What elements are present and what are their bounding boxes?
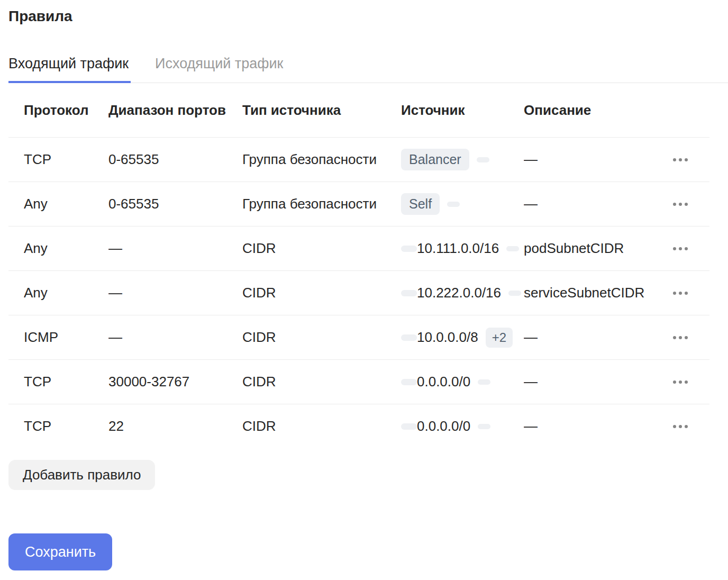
- ellipsis-icon: [685, 425, 688, 428]
- table-row: TCP 30000-32767 CIDR 0.0.0.0/0 —: [8, 359, 709, 404]
- ellipsis-icon: [673, 380, 676, 384]
- cell-protocol: TCP: [24, 151, 108, 168]
- save-button[interactable]: Сохранить: [8, 533, 112, 570]
- cell-protocol: TCP: [24, 374, 108, 390]
- cell-protocol: ICMP: [24, 329, 108, 346]
- source-chip: [401, 334, 417, 341]
- row-actions-button[interactable]: [672, 242, 689, 256]
- rules-page: Правила Входящий трафик Исходящий трафик…: [0, 0, 728, 580]
- row-actions-button[interactable]: [672, 153, 689, 167]
- ellipsis-icon: [679, 158, 682, 161]
- table-row: Any — CIDR 10.222.0.0/16 serviceSubnetCI…: [8, 270, 709, 315]
- ellipsis-icon: [673, 336, 676, 339]
- cell-actions: [672, 375, 709, 389]
- column-header-source: Источник: [401, 102, 524, 119]
- ellipsis-icon: [685, 380, 688, 384]
- cell-source-type: CIDR: [242, 329, 401, 346]
- cell-port-range: —: [108, 240, 242, 257]
- ellipsis-icon: [673, 292, 676, 295]
- cell-source-type: Группа безопасности: [242, 151, 401, 168]
- ellipsis-icon: [685, 247, 688, 250]
- source-chip: [401, 290, 417, 296]
- source-chip: [401, 379, 417, 385]
- cell-source-type: CIDR: [242, 285, 401, 301]
- row-actions-button[interactable]: [672, 375, 689, 389]
- table-body: TCP 0-65535 Группа безопасности Balancer…: [8, 137, 709, 448]
- ellipsis-icon: [679, 247, 682, 250]
- cell-actions: [672, 420, 709, 433]
- source-extra-badge[interactable]: [447, 202, 460, 207]
- ellipsis-icon: [673, 203, 676, 206]
- row-actions-button[interactable]: [672, 197, 689, 211]
- cell-protocol: Any: [24, 285, 108, 301]
- table-row: Any — CIDR 10.111.0.0/16 podSubnetCIDR: [8, 226, 709, 270]
- cell-source: 0.0.0.0/0: [401, 374, 524, 390]
- row-actions-button[interactable]: [672, 331, 689, 345]
- source-chip: [401, 423, 417, 430]
- ellipsis-icon: [679, 336, 682, 339]
- ellipsis-icon: [679, 292, 682, 295]
- cell-source: 10.111.0.0/16: [401, 240, 524, 257]
- cell-actions: [672, 153, 709, 167]
- cell-source-type: Группа безопасности: [242, 196, 401, 212]
- cell-description: podSubnetCIDR: [524, 240, 672, 257]
- add-rule-button[interactable]: Добавить правило: [8, 460, 155, 490]
- table-row: ICMP — CIDR 10.0.0.0/8 +2 —: [8, 315, 709, 359]
- column-header-description: Описание: [524, 102, 672, 119]
- source-extra-badge[interactable]: [478, 424, 490, 429]
- ellipsis-icon: [679, 203, 682, 206]
- cell-description: —: [524, 196, 672, 212]
- cell-source-type: CIDR: [242, 418, 401, 434]
- cell-protocol: Any: [24, 240, 108, 257]
- cell-description: —: [524, 418, 672, 434]
- cell-actions: [672, 242, 709, 256]
- cell-description: —: [524, 151, 672, 168]
- row-actions-button[interactable]: [672, 286, 689, 300]
- cell-actions: [672, 331, 709, 345]
- cell-source: Balancer: [401, 149, 524, 170]
- cell-protocol: Any: [24, 196, 108, 212]
- column-header-port-range: Диапазон портов: [108, 102, 242, 119]
- source-value: 0.0.0.0/0: [417, 374, 470, 390]
- cell-actions: [672, 286, 709, 300]
- cell-source: 10.0.0.0/8 +2: [401, 328, 524, 348]
- cell-source-type: CIDR: [242, 374, 401, 390]
- tab-incoming-traffic[interactable]: Входящий трафик: [8, 55, 129, 83]
- cell-description: —: [524, 329, 672, 346]
- cell-source: 0.0.0.0/0: [401, 418, 524, 434]
- row-actions-button[interactable]: [672, 420, 689, 433]
- source-chip: Balancer: [401, 149, 469, 170]
- ellipsis-icon: [673, 158, 676, 161]
- table-row: TCP 22 CIDR 0.0.0.0/0 —: [8, 404, 709, 448]
- ellipsis-icon: [673, 247, 676, 250]
- table-row: Any 0-65535 Группа безопасности Self —: [8, 182, 709, 226]
- source-extra-badge[interactable]: [508, 291, 521, 296]
- column-header-protocol: Протокол: [24, 102, 108, 119]
- source-extra-badge[interactable]: [478, 379, 490, 385]
- source-extra-badge[interactable]: [477, 157, 489, 162]
- cell-port-range: 22: [108, 418, 242, 434]
- cell-actions: [672, 197, 709, 211]
- ellipsis-icon: [685, 158, 688, 161]
- source-value: 10.222.0.0/16: [417, 285, 501, 301]
- traffic-tabs: Входящий трафик Исходящий трафик: [8, 55, 728, 83]
- cell-port-range: 0-65535: [108, 196, 242, 212]
- source-extra-badge[interactable]: +2: [486, 328, 513, 348]
- cell-source: 10.222.0.0/16: [401, 285, 524, 301]
- source-extra-badge[interactable]: [506, 246, 519, 251]
- ellipsis-icon: [679, 425, 682, 428]
- source-value: 0.0.0.0/0: [417, 418, 470, 434]
- source-chip: Self: [401, 193, 440, 215]
- ellipsis-icon: [673, 425, 676, 428]
- cell-source-type: CIDR: [242, 240, 401, 257]
- cell-port-range: —: [108, 285, 242, 301]
- cell-protocol: TCP: [24, 418, 108, 434]
- tab-outgoing-traffic[interactable]: Исходящий трафик: [155, 55, 283, 83]
- ellipsis-icon: [685, 292, 688, 295]
- cell-source: Self: [401, 193, 524, 215]
- source-value: 10.111.0.0/16: [417, 240, 499, 257]
- ellipsis-icon: [679, 380, 682, 384]
- source-chip: [401, 246, 417, 252]
- cell-port-range: —: [108, 329, 242, 346]
- table-header-row: Протокол Диапазон портов Тип источника И…: [8, 83, 709, 137]
